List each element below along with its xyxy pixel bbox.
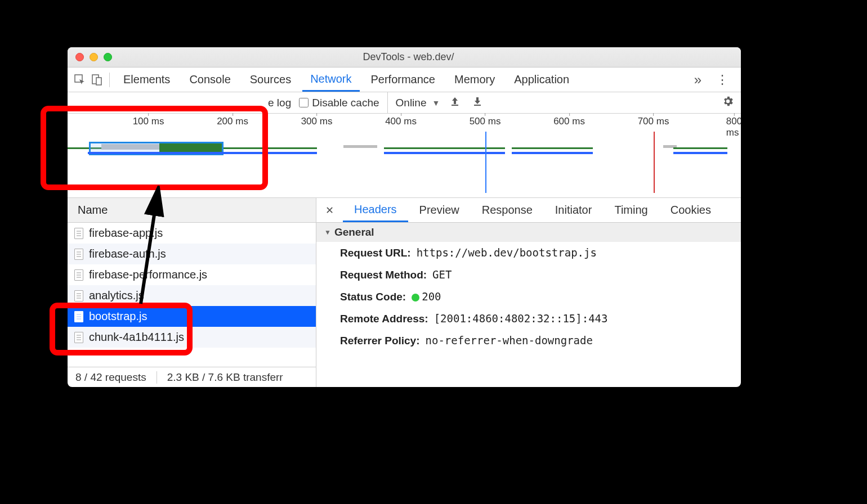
preserve-log-label: e log [268, 97, 291, 109]
detail-tab-cookies[interactable]: Cookies [659, 198, 722, 222]
main-tabbar: Elements Console Sources Network Perform… [68, 68, 741, 92]
kv-request-method: Request Method:GET [316, 264, 741, 286]
request-row[interactable]: firebase-auth.js [68, 244, 316, 264]
status-requests: 8 / 42 requests [75, 371, 146, 384]
request-name: firebase-auth.js [89, 248, 166, 260]
request-list-pane: Name firebase-app.js firebase-auth.js fi… [68, 198, 316, 387]
kv-request-url: Request URL:https://web.dev/bootstrap.js [316, 242, 741, 264]
status-dot-icon [412, 294, 419, 302]
file-icon [74, 228, 83, 239]
device-toolbar-icon[interactable] [90, 74, 104, 86]
tick-400ms: 400 ms [385, 116, 417, 127]
request-name: bootstrap.js [89, 310, 147, 323]
section-general-title: General [334, 226, 374, 238]
detail-tab-initiator[interactable]: Initiator [544, 198, 604, 222]
status-transferred: 2.3 KB / 7.6 KB transferr [167, 371, 283, 384]
column-header-name[interactable]: Name [68, 198, 316, 223]
svg-rect-4 [474, 105, 481, 106]
request-name: firebase-performance.js [89, 268, 207, 281]
file-icon [74, 269, 83, 281]
tab-memory[interactable]: Memory [446, 68, 503, 92]
request-list: firebase-app.js firebase-auth.js firebas… [68, 223, 316, 367]
minimize-window-button[interactable] [90, 53, 98, 61]
request-row[interactable]: chunk-4a1b4111.js [68, 327, 316, 348]
status-bar: 8 / 42 requests 2.3 KB / 7.6 KB transfer… [68, 367, 316, 387]
file-icon [74, 290, 83, 302]
close-window-button[interactable] [75, 53, 84, 61]
tick-300ms: 300 ms [301, 116, 333, 127]
timeline-ticks: 100 ms 200 ms 300 ms 400 ms 500 ms 600 m… [68, 116, 741, 129]
request-row[interactable]: firebase-app.js [68, 223, 316, 244]
upload-har-icon[interactable] [448, 96, 462, 109]
request-name: firebase-app.js [89, 227, 163, 240]
tick-700ms: 700 ms [638, 116, 669, 127]
close-detail-button[interactable]: ✕ [316, 204, 343, 217]
tab-performance[interactable]: Performance [363, 68, 444, 92]
throttling-dropdown[interactable]: Online ▼ [387, 92, 440, 113]
kv-referrer-policy: Referrer Policy:no-referrer-when-downgra… [316, 330, 741, 352]
inspect-element-icon[interactable] [73, 74, 87, 86]
file-icon [74, 249, 83, 260]
svg-rect-2 [96, 78, 101, 85]
preserve-log-checkbox[interactable]: e log [268, 97, 291, 109]
window-title: DevTools - web.dev/ [112, 51, 733, 63]
download-har-icon[interactable] [470, 96, 485, 109]
tick-100ms: 100 ms [133, 116, 164, 127]
detail-tabs: ✕ Headers Preview Response Initiator Tim… [316, 198, 741, 223]
request-name: chunk-4a1b4111.js [89, 331, 184, 344]
traffic-lights [75, 53, 112, 61]
titlebar: DevTools - web.dev/ [68, 47, 741, 68]
tick-500ms: 600 ms [553, 116, 585, 127]
tab-application[interactable]: Application [506, 68, 577, 92]
settings-icon[interactable] [722, 95, 734, 111]
section-general-header[interactable]: ▼ General [316, 223, 741, 242]
timeline-chart [68, 132, 741, 197]
disable-cache-label: Disable cache [312, 97, 379, 109]
detail-tab-timing[interactable]: Timing [603, 198, 659, 222]
customize-menu-button[interactable]: ⋮ [709, 73, 735, 87]
file-icon [74, 332, 83, 343]
svg-rect-3 [452, 105, 458, 106]
divider [109, 73, 110, 87]
divider [157, 371, 157, 384]
request-detail-pane: ✕ Headers Preview Response Initiator Tim… [316, 198, 741, 387]
request-row[interactable]: analytics.js [68, 285, 316, 306]
devtools-window: DevTools - web.dev/ Elements Console Sou… [68, 47, 741, 387]
tab-console[interactable]: Console [181, 68, 238, 92]
tab-network[interactable]: Network [302, 68, 359, 92]
tick-500ms: 500 ms [470, 116, 501, 127]
kv-remote-address: Remote Address:[2001:4860:4802:32::15]:4… [316, 308, 741, 330]
disclosure-triangle-icon: ▼ [324, 228, 331, 236]
disable-cache-checkbox[interactable]: Disable cache [299, 97, 379, 109]
throttling-value: Online [396, 97, 427, 109]
detail-tab-preview[interactable]: Preview [408, 198, 471, 222]
timeline-overview[interactable]: 100 ms 200 ms 300 ms 400 ms 500 ms 600 m… [68, 114, 741, 198]
tab-sources[interactable]: Sources [242, 68, 299, 92]
file-icon [74, 311, 83, 322]
detail-tab-headers[interactable]: Headers [343, 198, 408, 222]
request-name: analytics.js [89, 289, 144, 302]
tab-elements[interactable]: Elements [115, 68, 178, 92]
detail-tab-response[interactable]: Response [471, 198, 544, 222]
kv-status-code: Status Code:200 [316, 286, 741, 308]
more-tabs-button[interactable]: » [690, 72, 706, 88]
chevron-down-icon: ▼ [432, 98, 440, 107]
maximize-window-button[interactable] [104, 53, 112, 61]
content-area: Name firebase-app.js firebase-auth.js fi… [68, 198, 741, 387]
network-toolbar: e log Disable cache Online ▼ [68, 92, 741, 114]
request-row-selected[interactable]: bootstrap.js [68, 306, 316, 327]
request-row[interactable]: firebase-performance.js [68, 264, 316, 285]
tick-200ms: 200 ms [217, 116, 248, 127]
